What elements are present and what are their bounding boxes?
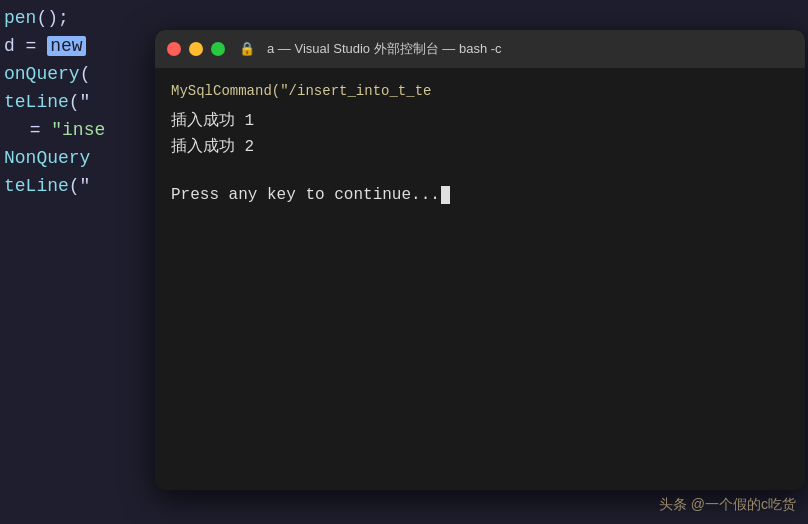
window-title: a — Visual Studio 外部控制台 — bash -c — [267, 40, 502, 58]
code-line-1: pen(); — [0, 8, 69, 28]
output-line-2: 插入成功 2 — [171, 134, 789, 160]
code-line-13: teLine(" — [0, 176, 90, 196]
command-line: MySqlCommand("/insert_into_t_te — [171, 78, 789, 104]
terminal-window: 🔒 a — Visual Studio 外部控制台 — bash -c MySq… — [155, 30, 805, 490]
output-line-1: 插入成功 1 — [171, 108, 789, 134]
code-line-2: d = new — [0, 36, 86, 56]
code-line-4: onQuery( — [0, 64, 90, 84]
code-line-3 — [96, 36, 111, 56]
terminal-body[interactable]: MySqlCommand("/insert_into_t_te 插入成功 1 插… — [155, 68, 805, 490]
cursor — [441, 186, 450, 204]
code-line-11: NonQuery — [0, 148, 90, 168]
press-continue-line: Press any key to continue... — [171, 182, 789, 208]
title-bar: 🔒 a — Visual Studio 外部控制台 — bash -c — [155, 30, 805, 68]
close-button[interactable] — [167, 42, 181, 56]
maximize-button[interactable] — [211, 42, 225, 56]
lock-icon: 🔒 — [239, 41, 255, 57]
code-line-5 — [101, 64, 116, 84]
code-editor: pen(); d = new onQuery( teLine(" = "inse… — [0, 0, 160, 524]
watermark: 头条 @一个假的c吃货 — [659, 496, 796, 514]
minimize-button[interactable] — [189, 42, 203, 56]
code-line-10: = "inse — [26, 120, 106, 140]
code-line-12 — [101, 148, 116, 168]
code-line-7 — [101, 92, 116, 112]
code-line-6: teLine(" — [0, 92, 90, 112]
press-continue-text: Press any key to continue... — [171, 182, 440, 208]
code-line-9 — [0, 120, 15, 140]
code-line-8 — [127, 92, 142, 112]
